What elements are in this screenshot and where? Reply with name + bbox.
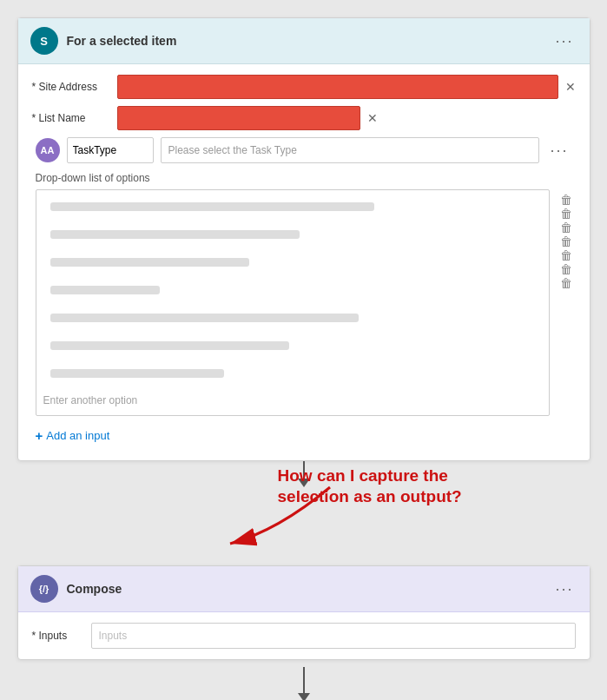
- arrow-connector-2: [298, 660, 310, 700]
- tasktype-menu[interactable]: ···: [546, 142, 571, 160]
- delete-icon-4[interactable]: 🗑: [560, 234, 572, 248]
- delete-icons-column: 🗑 🗑 🗑 🗑 🗑 🗑 🗑: [555, 189, 572, 290]
- enter-option-row: Enter another option: [36, 388, 549, 412]
- selected-item-avatar: S: [30, 27, 58, 55]
- inputs-label: * Inputs: [32, 630, 84, 642]
- tasktype-avatar: AA: [36, 138, 60, 162]
- list-item: [36, 249, 549, 275]
- site-address-clear[interactable]: ✕: [565, 80, 576, 94]
- delete-icon-1[interactable]: 🗑: [560, 193, 572, 207]
- plus-icon: +: [36, 428, 43, 443]
- list-item: [36, 333, 549, 359]
- list-name-clear[interactable]: ✕: [367, 111, 378, 125]
- selected-item-title: For a selected item: [67, 34, 544, 48]
- add-input-label: Add an input: [46, 429, 109, 442]
- dropdown-label: Drop-down list of options: [36, 172, 572, 184]
- selected-item-menu[interactable]: ···: [551, 32, 577, 50]
- compose-header: {/} Compose ···: [18, 566, 590, 612]
- annotation-area: How can I capture the selection as an ou…: [17, 461, 591, 565]
- list-item: [36, 360, 549, 386]
- delete-icon-5[interactable]: 🗑: [560, 248, 572, 262]
- compose-title: Compose: [67, 582, 544, 596]
- delete-icon-7[interactable]: 🗑: [560, 276, 572, 290]
- selected-item-header: S For a selected item ···: [18, 18, 590, 64]
- compose-menu[interactable]: ···: [551, 580, 577, 598]
- inputs-field[interactable]: Inputs: [91, 623, 576, 649]
- tasktype-row: AA Please select the Task Type ···: [32, 137, 576, 163]
- delete-icon-3[interactable]: 🗑: [560, 221, 572, 234]
- list-item: [36, 194, 549, 220]
- site-address-label: * Site Address: [32, 81, 110, 93]
- arrow-connector-1: [298, 461, 310, 487]
- delete-icon-6[interactable]: 🗑: [560, 262, 572, 276]
- selected-item-card: S For a selected item ··· * Site Address…: [17, 17, 591, 461]
- tasktype-field[interactable]: [67, 137, 154, 163]
- list-item: [36, 277, 549, 303]
- compose-card: {/} Compose ··· * Inputs Inputs: [17, 565, 591, 660]
- delete-icon-2[interactable]: 🗑: [560, 207, 572, 221]
- list-item: [36, 305, 549, 331]
- selected-item-body: * Site Address ✕ * List Name ✕ AA Please…: [18, 64, 590, 460]
- dropdown-section: Drop-down list of options: [32, 172, 576, 421]
- site-address-row: * Site Address ✕: [32, 75, 576, 99]
- compose-avatar: {/}: [30, 575, 58, 603]
- tasktype-placeholder-text: Please select the Task Type: [168, 144, 297, 156]
- page-container: S For a selected item ··· * Site Address…: [17, 17, 591, 700]
- inputs-placeholder: Inputs: [99, 630, 128, 642]
- inputs-row: * Inputs Inputs: [32, 623, 576, 649]
- list-name-input[interactable]: [117, 106, 360, 130]
- enter-option-text[interactable]: Enter another option: [43, 394, 138, 406]
- list-name-row: * List Name ✕: [32, 106, 576, 130]
- add-input-row[interactable]: + Add an input: [32, 421, 576, 450]
- compose-body: * Inputs Inputs: [18, 612, 590, 659]
- list-name-label: * List Name: [32, 112, 110, 124]
- list-item: [36, 221, 549, 248]
- site-address-input[interactable]: [117, 75, 558, 99]
- tasktype-placeholder[interactable]: Please select the Task Type: [161, 137, 540, 163]
- dropdown-list: Enter another option: [36, 189, 550, 416]
